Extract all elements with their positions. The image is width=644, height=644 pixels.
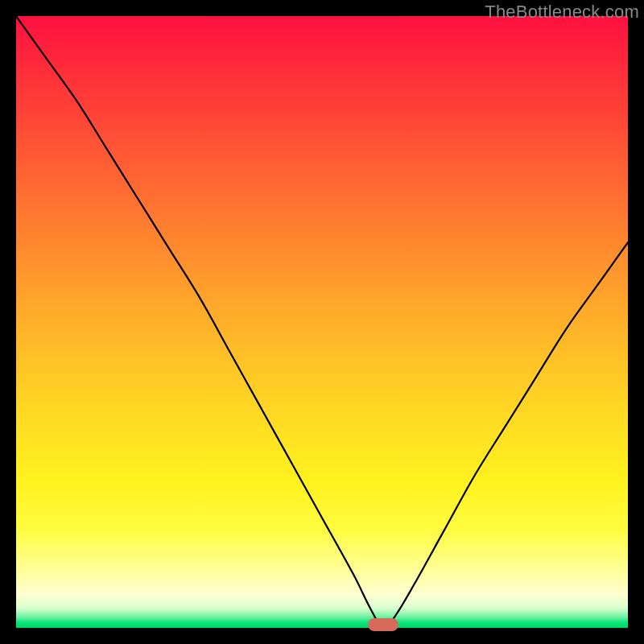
plot-area (16, 16, 628, 628)
minimum-marker (368, 618, 398, 631)
chart-frame: TheBottleneck.com (0, 0, 644, 644)
watermark-text: TheBottleneck.com (485, 2, 639, 23)
bottleneck-curve (16, 16, 628, 628)
